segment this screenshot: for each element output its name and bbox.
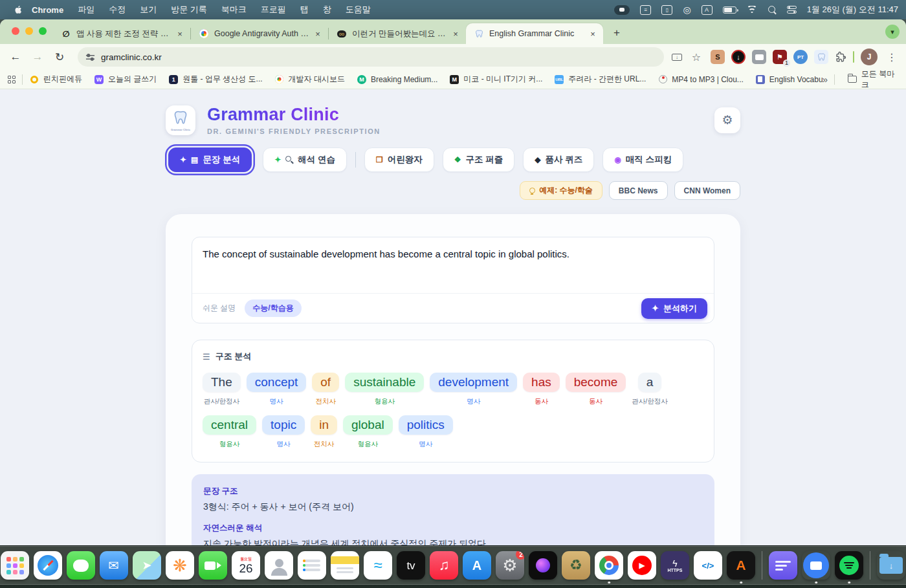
- dock-app-https-app[interactable]: ϟHTTPS: [660, 550, 690, 580]
- dock-app-reminders[interactable]: [297, 550, 327, 580]
- word-chip-The[interactable]: The관사/한정사: [203, 373, 241, 406]
- word-chip-topic[interactable]: topic명사: [262, 415, 305, 449]
- menubar-item-파일[interactable]: 파일: [78, 4, 94, 16]
- extension-pocket-icon[interactable]: ⚑1: [773, 50, 787, 64]
- screen-record-indicator[interactable]: [614, 5, 630, 15]
- tab-close-icon[interactable]: ×: [313, 28, 323, 39]
- extension-google-icon[interactable]: [752, 50, 766, 64]
- dock-app-chrome[interactable]: [594, 550, 624, 580]
- bookmark-2[interactable]: W오늘의 글쓰기: [94, 74, 157, 85]
- dock-app-youtube-music[interactable]: ▶: [627, 550, 657, 580]
- tab-3[interactable]: oo이런거 만들어봤는데요 올릴까 고민×: [329, 23, 466, 44]
- dock-app-mail[interactable]: ✉: [99, 550, 129, 580]
- tab-매직 스피킹[interactable]: ◉매직 스피킹: [602, 147, 683, 172]
- tab-search-chevron-icon[interactable]: ▾: [885, 25, 900, 39]
- bookmark-7[interactable]: URL주려라 - 간편한 URL...: [554, 74, 646, 85]
- minimize-window-button[interactable]: [25, 27, 33, 35]
- dock-app-facetime[interactable]: [198, 550, 228, 580]
- menubar-item-보기[interactable]: 보기: [140, 4, 157, 16]
- word-chip-has[interactable]: has동사: [523, 373, 560, 406]
- tab-어린왕자[interactable]: ❒어린왕자: [364, 147, 434, 172]
- tab-2[interactable]: Google Antigravity Auth Succ×: [191, 23, 328, 44]
- bookmark-9[interactable]: English Vocabular...: [755, 74, 823, 85]
- tab-해석 연습[interactable]: ✦해석 연습: [263, 147, 347, 172]
- dock-app-maps[interactable]: ➤: [132, 550, 162, 580]
- dock-app-system-settings[interactable]: ⚙2: [495, 550, 525, 580]
- dock-app-contacts[interactable]: [264, 550, 294, 580]
- tab-close-icon[interactable]: ×: [450, 28, 461, 39]
- wifi-icon[interactable]: [747, 6, 758, 14]
- word-chip-sustainable[interactable]: sustainable형용사: [345, 373, 424, 406]
- bookmark-8[interactable]: MP4 to MP3 | Clou...: [657, 74, 744, 85]
- extensions-puzzle-icon[interactable]: [835, 51, 846, 63]
- word-chip-development[interactable]: development명사: [430, 373, 517, 406]
- word-chip-global[interactable]: global형용사: [343, 415, 393, 449]
- reload-icon[interactable]: ↻: [50, 48, 69, 66]
- tab-close-icon[interactable]: ×: [175, 28, 185, 39]
- menubar-item-수정[interactable]: 수정: [109, 4, 126, 16]
- input-source-icon[interactable]: A: [702, 5, 713, 15]
- menubar-item-북마크[interactable]: 북마크: [221, 4, 247, 16]
- mode-chip[interactable]: 수능/학습용: [245, 299, 301, 317]
- extension-downloader-icon[interactable]: ↓: [731, 50, 746, 64]
- bookmark-star-icon[interactable]: ☆: [689, 49, 704, 65]
- example-button-CNN Women[interactable]: CNN Women: [674, 181, 740, 200]
- dock-app-freeform[interactable]: ≈: [363, 550, 393, 580]
- word-chip-concept[interactable]: concept명사: [247, 373, 307, 406]
- menubar-item-프로필[interactable]: 프로필: [261, 4, 286, 16]
- forward-icon[interactable]: →: [28, 48, 47, 66]
- dock-app-transcript-app[interactable]: [768, 550, 798, 580]
- new-tab-button[interactable]: +: [608, 25, 625, 41]
- dock-app-media-app[interactable]: [528, 550, 558, 580]
- profile-avatar[interactable]: J: [861, 49, 878, 65]
- bookmark-5[interactable]: MBreaking Medium...: [357, 74, 437, 85]
- dock-app-ai-app[interactable]: A: [726, 550, 756, 580]
- tab-close-icon[interactable]: ×: [588, 28, 598, 39]
- bookmark-3[interactable]: 1원툴 - 업무 생산성 도...: [168, 74, 262, 85]
- tab-문장 분석[interactable]: ✦▤문장 분석: [168, 147, 252, 172]
- battery-icon[interactable]: [723, 6, 736, 14]
- spotlight-icon[interactable]: [768, 6, 777, 14]
- word-chip-in[interactable]: in전치사: [311, 415, 337, 449]
- menubar-item-창[interactable]: 창: [323, 4, 331, 16]
- device-icon[interactable]: ▯: [661, 5, 672, 15]
- extension-sider-icon[interactable]: S: [711, 50, 725, 64]
- bookmark-4[interactable]: 개발자 대시보드: [274, 74, 345, 85]
- sentence-input[interactable]: The concept of sustainable development h…: [192, 237, 714, 293]
- dock-app-launchpad[interactable]: [0, 550, 30, 580]
- dock-app-notes[interactable]: [330, 550, 360, 580]
- dock-app-music[interactable]: ♫: [429, 550, 459, 580]
- bookmark-1[interactable]: 린치핀에듀: [29, 74, 82, 85]
- dock-app-vscode[interactable]: </>: [693, 550, 723, 580]
- menubar-clock[interactable]: 1월 26일 (월) 오전 11:47: [807, 4, 898, 16]
- back-icon[interactable]: ←: [6, 48, 25, 66]
- dock-app-recycle-app[interactable]: ♻: [561, 550, 591, 580]
- address-bar[interactable]: gramclinic.co.kr: [78, 47, 664, 67]
- example-button-예제: 수능/학술[interactable]: 예제: 수능/학술: [520, 181, 602, 200]
- extension-grammar-clinic-icon[interactable]: [814, 50, 828, 64]
- settings-button[interactable]: ⚙: [714, 107, 740, 133]
- dock-app-downloads-folder[interactable]: ↓: [876, 550, 906, 580]
- dock-app-app-store[interactable]: A: [462, 550, 492, 580]
- airdrop-icon[interactable]: ◎: [683, 5, 691, 14]
- analyze-button[interactable]: ✦ 분석하기: [641, 298, 707, 319]
- dock-app-photos[interactable]: ❋: [165, 550, 195, 580]
- tab-품사 퀴즈[interactable]: ◆품사 퀴즈: [523, 147, 594, 172]
- word-chip-politics[interactable]: politics명사: [399, 415, 453, 449]
- window-manager-icon[interactable]: ≡: [640, 5, 651, 15]
- dock-app-messages[interactable]: [66, 550, 96, 580]
- tab-1[interactable]: ∅앱 사용 제한 조정 전략 - Grok×: [53, 23, 190, 44]
- word-chip-central[interactable]: central형용사: [203, 415, 256, 449]
- dock-app-safari[interactable]: [33, 550, 63, 580]
- extension-translator-icon[interactable]: PT: [793, 50, 808, 64]
- bookmarks-overflow-icon[interactable]: »: [823, 74, 828, 85]
- dock-app-apple-tv[interactable]: tv: [396, 550, 426, 580]
- tab-4[interactable]: English Grammar Clinic×: [466, 23, 603, 44]
- dock-app-spotify[interactable]: [834, 550, 864, 580]
- close-window-button[interactable]: [12, 27, 19, 35]
- tab-구조 퍼즐[interactable]: ❖구조 퍼즐: [443, 147, 515, 172]
- dock-app-meeting-app[interactable]: [801, 550, 831, 580]
- dock-app-calendar[interactable]: 월요일26: [231, 550, 261, 580]
- menubar-item-도움말[interactable]: 도움말: [346, 4, 371, 16]
- apple-logo-icon[interactable]: [13, 5, 23, 15]
